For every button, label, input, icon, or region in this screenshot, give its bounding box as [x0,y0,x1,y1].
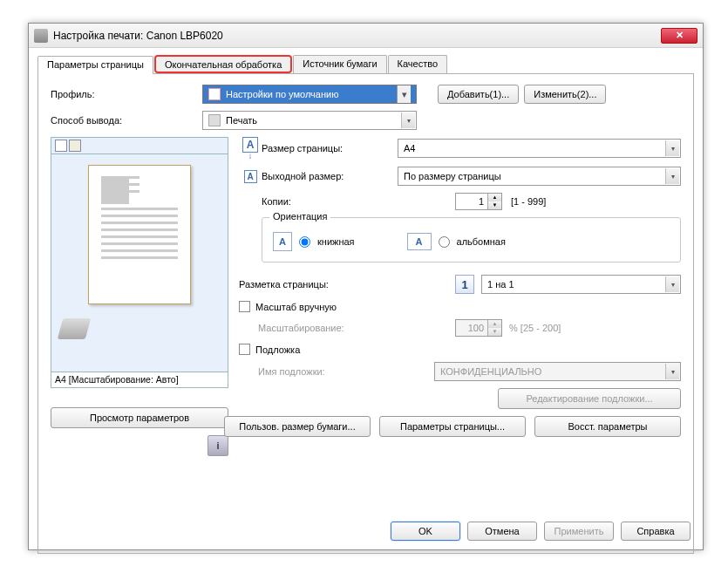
portrait-icon: A [273,232,292,251]
tab-finishing[interactable]: Окончательная обработка [154,55,292,73]
page-size-combo[interactable]: A4 ▾ [398,139,681,158]
output-size-icon: A [244,170,257,183]
chevron-down-icon: ▾ [665,168,679,184]
window-title: Настройка печати: Canon LBP6020 [53,30,661,42]
page-size-value: A4 [404,143,415,153]
paper-stack-icon [58,318,91,339]
layout-value: 1 на 1 [487,279,514,290]
scaling-row: Масштабирование: ▲▼ % [25 - 200] [239,319,681,337]
tab-strip: Параметры страницы Окончательная обработ… [37,55,694,74]
watermark-name-label: Имя подложки: [258,366,398,377]
printer-view-icon[interactable] [69,140,81,152]
arrow-down-icon: ↓ [248,153,253,160]
layout-combo[interactable]: 1 на 1 ▾ [481,275,681,294]
manual-scale-row: Масштаб вручную [239,301,681,312]
close-button[interactable]: ✕ [661,28,697,44]
chevron-down-icon: ▾ [397,85,411,103]
add-profile-button[interactable]: Добавить(1)... [438,85,519,104]
chevron-down-icon: ▾ [665,364,679,379]
page-size-row: A↓ Размер страницы: A4 ▾ [239,137,681,160]
print-icon [208,114,221,126]
chevron-down-icon: ▾ [665,276,679,292]
copies-spinner[interactable]: ▲▼ [455,193,502,210]
spin-up-icon[interactable]: ▲ [488,194,501,201]
landscape-label: альбомная [457,236,506,247]
page-size-label: Размер страницы: [262,143,398,153]
layout-num-icon: 1 [455,275,474,294]
output-label: Способ вывода: [51,115,155,126]
page-options-button[interactable]: Параметры страницы... [379,416,526,437]
info-icon[interactable]: i [208,435,228,456]
settings-column: A↓ Размер страницы: A4 ▾ A Выходной разм… [239,137,681,456]
apply-button: Применить [544,522,614,541]
ok-button[interactable]: OK [391,522,460,541]
watermark-checkbox[interactable] [239,344,250,355]
profile-row: Профиль: Настройки по умолчанию ▾ Добави… [51,85,681,104]
output-combo[interactable]: Печать ▾ [202,111,417,130]
portrait-label: книжная [317,236,355,247]
print-settings-window: Настройка печати: Canon LBP6020 ✕ Параме… [28,23,704,550]
manual-scale-checkbox[interactable] [239,301,250,312]
edit-profile-button[interactable]: Изменить(2)... [524,85,606,104]
titlebar: Настройка печати: Canon LBP6020 ✕ [29,24,703,48]
copies-range: [1 - 999] [511,196,546,207]
preview-column: A4 [Масштабирование: Авто] Просмотр пара… [51,137,228,456]
landscape-icon: A [407,233,432,250]
output-size-row: A Выходной размер: По размеру страницы ▾ [239,167,681,186]
cancel-button[interactable]: Отмена [467,522,537,541]
profile-combo[interactable]: Настройки по умолчанию ▾ [202,85,417,104]
scaling-spinner: ▲▼ [455,319,502,337]
restore-defaults-button[interactable]: Восст. параметры [534,416,681,437]
scaling-input [456,320,487,336]
tab-paper-source[interactable]: Источник бумаги [293,55,386,73]
preview-box [51,154,228,372]
scaling-range: % [25 - 200] [509,323,561,333]
orientation-group: Ориентация A книжная A альбомная [262,217,681,263]
tab-quality[interactable]: Качество [388,55,448,73]
tab-page-settings[interactable]: Параметры страницы [37,56,153,74]
profile-value: Настройки по умолчанию [226,89,338,99]
tab-panel: Профиль: Настройки по умолчанию ▾ Добави… [37,74,694,554]
profile-label: Профиль: [51,89,155,99]
watermark-name-row: Имя подложки: КОНФИДЕНЦИАЛЬНО ▾ [239,362,681,381]
custom-paper-size-button[interactable]: Пользов. размер бумаги... [224,416,371,437]
dialog-buttons: OK Отмена Применить Справка [391,522,691,541]
watermark-check-row: Подложка [239,344,681,355]
copies-row: Копии: ▲▼ [1 - 999] [239,193,681,210]
scaling-label: Масштабирование: [258,323,398,333]
copies-label: Копии: [262,196,398,207]
help-button[interactable]: Справка [621,522,691,541]
manual-scale-label: Масштаб вручную [255,302,337,312]
bottom-buttons-row: Пользов. размер бумаги... Параметры стра… [51,416,681,437]
landscape-radio[interactable] [439,236,450,248]
preview-caption: A4 [Масштабирование: Авто] [51,372,228,388]
output-value: Печать [226,115,257,126]
landscape-option[interactable]: A альбомная [407,232,506,251]
layout-label: Разметка страницы: [239,279,398,290]
watermark-edit-row: Редактирование подложки... [239,388,681,409]
watermark-combo: КОНФИДЕНЦИАЛЬНО ▾ [434,362,681,381]
chevron-down-icon: ▾ [401,113,415,128]
copies-input[interactable] [456,194,487,209]
layout-row: Разметка страницы: 1 1 на 1 ▾ [239,275,681,294]
output-row: Способ вывода: Печать ▾ [51,111,681,130]
spin-down-icon[interactable]: ▼ [488,201,501,209]
orientation-group-title: Ориентация [269,211,330,222]
portrait-option[interactable]: A книжная [273,232,355,251]
chevron-down-icon: ▾ [665,140,679,156]
output-size-value: По размеру страницы [404,171,501,181]
printer-icon [34,29,48,43]
output-size-label: Выходной размер: [262,171,398,181]
page-view-icon[interactable] [55,140,67,152]
preview-header [51,137,228,154]
page-preview [88,165,191,304]
portrait-radio[interactable] [299,236,310,248]
edit-watermark-button: Редактирование подложки... [498,388,681,409]
content-area: Параметры страницы Окончательная обработ… [29,48,703,561]
profile-icon [208,88,221,100]
watermark-check-label: Подложка [255,344,300,355]
watermark-value: КОНФИДЕНЦИАЛЬНО [440,366,541,377]
output-size-combo[interactable]: По размеру страницы ▾ [398,167,681,186]
